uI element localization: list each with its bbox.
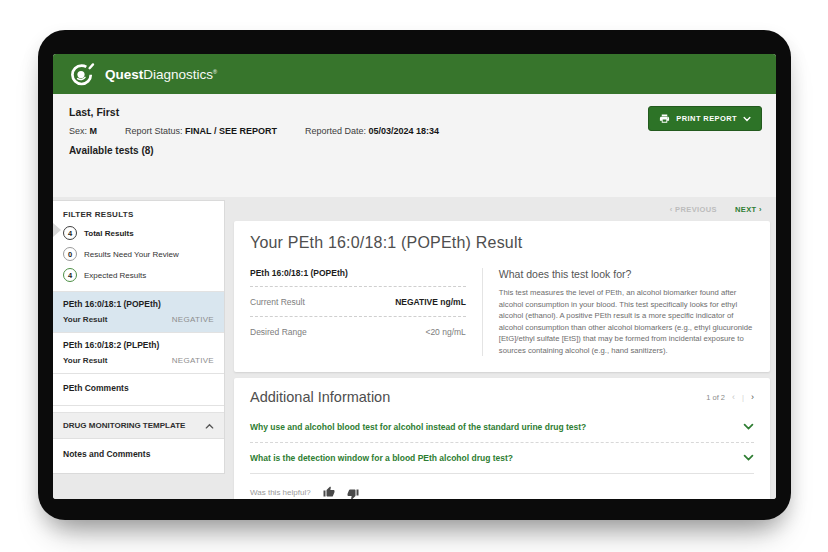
helpful-row: Was this helpful? [250,486,754,498]
tablet-frame: QuestDiagnostics® Last, First Sex: M Rep… [38,30,791,520]
brand-name: QuestDiagnostics® [105,67,217,82]
desired-range-label: Desired Range [250,327,307,337]
result-card: Your PEth 16:0/18:1 (POPEth) Result PEth… [234,221,770,372]
expected-results-label: Expected Results [84,271,146,280]
test-info-panel: What does this test look for? This test … [482,268,754,356]
previous-button[interactable]: ‹ PREVIOUS [670,205,717,214]
brand-quest: Quest [105,67,143,82]
trademark: ® [213,68,217,74]
brand-diagnostics: Diagnostics [143,67,213,82]
sidebar-item-notes-and-comments[interactable]: Notes and Comments [53,439,224,473]
result-value: NEGATIVE [172,315,214,324]
faq-question: What is the detection window for a blood… [250,453,513,463]
chevron-down-icon [743,454,754,462]
faq-next-icon[interactable]: › [751,392,754,402]
result-title: PEth Comments [63,383,214,393]
sidebar-item-peth-popeth[interactable]: PEth 16:0/18:1 (POPEth) Your Result NEGA… [53,292,224,333]
sex-value: M [90,126,98,136]
additional-information-card: Additional Information 1 of 2 ‹ | › Why … [234,378,770,499]
result-table-header: PEth 16:0/18:1 (POPEth) [250,268,466,287]
filter-expected-results[interactable]: 4 Expected Results [63,268,214,282]
current-result-label: Current Result [250,297,305,307]
current-result-row: Current Result NEGATIVE ng/mL [250,287,466,317]
filter-total-results[interactable]: 4 Total Results [63,226,214,240]
collapse-handle-icon[interactable] [53,223,61,237]
result-title: PEth 16:0/18:2 (PLPEth) [63,340,214,350]
result-card-title: Your PEth 16:0/18:1 (POPEth) Result [250,234,754,252]
desired-range-value: <20 ng/mL [425,327,465,337]
faq-question: Why use and alcohol blood test for alcoh… [250,422,586,432]
patient-band: Last, First Sex: M Report Status: FINAL … [53,94,776,197]
reported-date-field: Reported Date: 05/03/2024 18:34 [305,126,439,136]
template-section-title: DRUG MONITORING TEMPLATE [63,421,185,430]
thumbs-up-icon[interactable] [323,486,335,498]
report-status-value: FINAL / SEE REPORT [185,126,277,136]
faq-list: Why use and alcohol blood test for alcoh… [250,412,754,474]
app-screen: QuestDiagnostics® Last, First Sex: M Rep… [53,54,776,499]
faq-pager-divider: | [742,393,744,402]
need-review-count: 0 [63,247,77,261]
main-panel: ‹ PREVIOUS NEXT › Your PEth 16:0/18:1 (P… [234,197,770,499]
expected-results-count: 4 [63,268,77,282]
filter-results-title: FILTER RESULTS [63,210,214,219]
your-result-label: Your Result [63,356,107,365]
result-title: PEth 16:0/18:1 (POPEth) [63,299,214,309]
app-header: QuestDiagnostics® [53,54,776,94]
thumbs-down-icon[interactable] [347,488,359,499]
sidebar: FILTER RESULTS 4 Total Results 0 Results… [53,200,225,474]
filter-need-review[interactable]: 0 Results Need Your Review [63,247,214,261]
result-value: NEGATIVE [172,356,214,365]
test-pager: ‹ PREVIOUS NEXT › [234,197,770,221]
test-info-title: What does this test look for? [499,268,754,280]
sidebar-spacer [53,406,224,413]
faq-prev-icon[interactable]: ‹ [732,392,735,402]
printer-icon [659,113,670,124]
additional-information-title: Additional Information [250,389,390,405]
faq-page-indicator: 1 of 2 [706,393,725,402]
chevron-up-icon [205,423,214,429]
test-info-body: This test measures the level of PEth, an… [499,287,754,356]
helpful-label: Was this helpful? [250,488,311,497]
sex-field: Sex: M [69,126,97,136]
reported-date-value: 05/03/2024 18:34 [369,126,440,136]
need-review-label: Results Need Your Review [84,250,179,259]
sidebar-item-peth-plpeth[interactable]: PEth 16:0/18:2 (PLPEth) Your Result NEGA… [53,333,224,374]
filter-results-panel: FILTER RESULTS 4 Total Results 0 Results… [53,201,224,292]
sidebar-item-peth-comments[interactable]: PEth Comments [53,374,224,406]
total-results-count: 4 [63,226,77,240]
content-area: FILTER RESULTS 4 Total Results 0 Results… [53,197,776,499]
quest-diagnostics-logo-icon [69,61,96,88]
print-report-button[interactable]: PRINT REPORT [648,106,762,131]
faq-pagination: 1 of 2 ‹ | › [706,392,754,402]
report-status-field: Report Status: FINAL / SEE REPORT [125,126,277,136]
faq-item-blood-vs-urine[interactable]: Why use and alcohol blood test for alcoh… [250,412,754,442]
drug-monitoring-template-section[interactable]: DRUG MONITORING TEMPLATE [53,413,224,439]
faq-item-detection-window[interactable]: What is the detection window for a blood… [250,442,754,473]
current-result-value: NEGATIVE ng/mL [395,297,466,307]
print-report-label: PRINT REPORT [676,114,737,123]
next-button[interactable]: NEXT › [735,205,762,214]
desired-range-row: Desired Range <20 ng/mL [250,317,466,346]
total-results-label: Total Results [84,229,134,238]
chevron-down-icon [743,423,754,431]
chevron-down-icon [743,115,751,123]
your-result-label: Your Result [63,315,107,324]
available-tests-label: Available tests (8) [69,145,760,156]
result-table: PEth 16:0/18:1 (POPEth) Current Result N… [250,268,482,356]
